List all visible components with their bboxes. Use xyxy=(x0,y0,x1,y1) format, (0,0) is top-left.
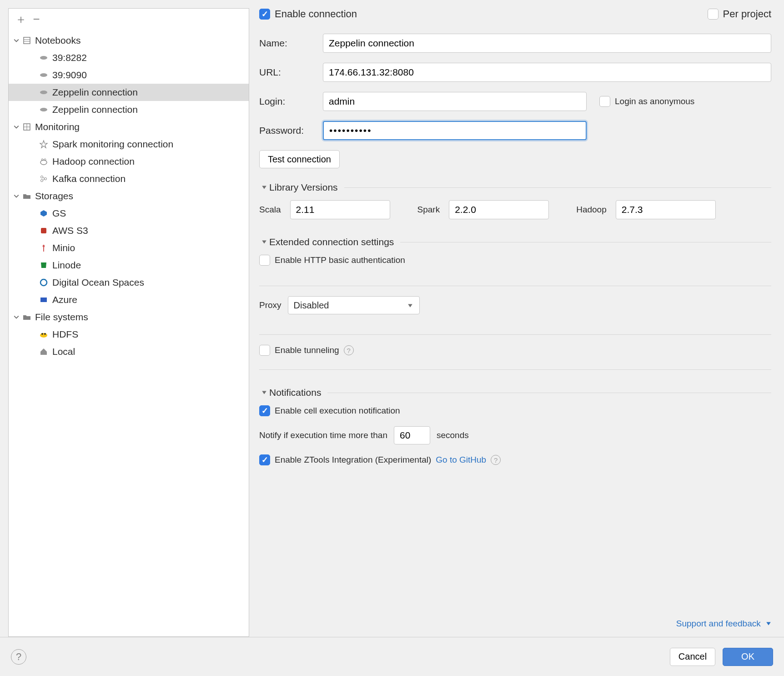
enable-connection-checkbox[interactable] xyxy=(259,9,270,20)
cancel-button[interactable]: Cancel xyxy=(670,648,715,666)
help-button[interactable]: ? xyxy=(11,649,26,665)
login-input[interactable] xyxy=(323,92,587,111)
svg-point-15 xyxy=(45,178,47,180)
per-project-checkbox[interactable] xyxy=(708,9,719,20)
tree-item-label: Zeppelin connection xyxy=(52,104,138,115)
tree-item[interactable]: Kafka connection xyxy=(9,170,249,187)
digitalocean-icon xyxy=(38,278,50,287)
tree-item[interactable]: Hadoop connection xyxy=(9,153,249,170)
tree-group-label: File systems xyxy=(35,312,88,323)
name-input[interactable] xyxy=(323,34,771,53)
tree-item[interactable]: Zeppelin connection xyxy=(9,84,249,101)
chevron-down-icon xyxy=(259,390,269,395)
svg-point-3 xyxy=(40,56,47,60)
login-label: Login: xyxy=(259,96,323,107)
notify-seconds-input[interactable] xyxy=(394,426,430,444)
spark-input[interactable] xyxy=(449,200,549,219)
tree-item-label: Digital Ocean Spaces xyxy=(52,277,144,288)
chevron-down-icon xyxy=(259,185,269,190)
connection-form: Enable connection Per project Name: URL:… xyxy=(259,8,776,637)
svg-rect-21 xyxy=(40,298,47,302)
tree-group-filesystems[interactable]: File systems xyxy=(9,308,249,326)
help-icon[interactable]: ? xyxy=(344,345,354,355)
tree-item[interactable]: Linode xyxy=(9,257,249,274)
spark-label: Spark xyxy=(417,205,440,215)
chevron-down-icon xyxy=(11,38,21,43)
connection-tree: Notebooks 39:8282 39:9090 Zeppelin conne… xyxy=(9,31,249,636)
tree-item[interactable]: Azure xyxy=(9,291,249,308)
svg-rect-0 xyxy=(24,37,30,44)
svg-marker-25 xyxy=(262,186,266,189)
chevron-down-icon xyxy=(11,124,21,130)
svg-point-13 xyxy=(41,176,43,178)
support-link[interactable]: Support and feedback xyxy=(676,619,771,629)
aws-icon xyxy=(38,226,50,235)
minio-icon xyxy=(38,243,50,252)
help-icon[interactable]: ? xyxy=(491,455,501,465)
cell-exec-label: Enable cell execution notification xyxy=(275,406,400,416)
section-title: Library Versions xyxy=(269,182,338,193)
scala-input[interactable] xyxy=(290,200,390,219)
tree-item-label: AWS S3 xyxy=(52,225,88,236)
spark-icon xyxy=(38,140,50,149)
github-link[interactable]: Go to GitHub xyxy=(436,455,486,465)
kafka-icon xyxy=(38,174,50,183)
tree-item-label: 39:9090 xyxy=(52,70,87,81)
login-anonymous-label: Login as anonymous xyxy=(615,96,694,106)
ztools-checkbox[interactable] xyxy=(259,454,270,465)
tree-item[interactable]: Local xyxy=(9,343,249,360)
tree-item-label: Azure xyxy=(52,294,77,305)
tree-item-label: HDFS xyxy=(52,329,78,340)
notifications-section[interactable]: Notifications xyxy=(259,387,771,398)
login-anonymous-checkbox[interactable] xyxy=(599,96,610,107)
tree-item-label: 39:8282 xyxy=(52,52,87,63)
enable-connection-label: Enable connection xyxy=(275,8,357,20)
zeppelin-icon xyxy=(38,88,50,97)
svg-point-24 xyxy=(44,333,46,335)
hadoop-input[interactable] xyxy=(616,200,716,219)
password-input[interactable] xyxy=(323,121,587,140)
http-basic-checkbox[interactable] xyxy=(259,255,270,266)
url-label: URL: xyxy=(259,67,323,78)
tree-group-notebooks[interactable]: Notebooks xyxy=(9,32,249,49)
proxy-select[interactable]: Disabled xyxy=(288,296,420,314)
folder-icon xyxy=(21,192,32,201)
tree-item[interactable]: GS xyxy=(9,205,249,222)
tree-group-storages[interactable]: Storages xyxy=(9,187,249,205)
library-versions-section[interactable]: Library Versions xyxy=(259,182,771,193)
svg-marker-28 xyxy=(262,391,266,394)
extended-settings-section[interactable]: Extended connection settings xyxy=(259,237,771,247)
tree-item[interactable]: HDFS xyxy=(9,326,249,343)
test-connection-button[interactable]: Test connection xyxy=(259,150,340,168)
chevron-down-icon xyxy=(259,239,269,245)
svg-marker-27 xyxy=(408,304,412,307)
url-input[interactable] xyxy=(323,63,771,82)
google-cloud-icon xyxy=(38,209,50,218)
svg-point-14 xyxy=(41,180,43,182)
tree-item[interactable]: Minio xyxy=(9,239,249,257)
add-button[interactable]: ＋ xyxy=(15,13,27,25)
tree-item-label: Spark monitoring connection xyxy=(52,139,173,150)
tree-item[interactable]: Digital Ocean Spaces xyxy=(9,274,249,291)
tree-item[interactable]: 39:8282 xyxy=(9,49,249,66)
tree-item[interactable]: AWS S3 xyxy=(9,222,249,239)
dialog-footer: ? Cancel OK xyxy=(0,637,784,676)
tree-item[interactable]: Spark monitoring connection xyxy=(9,136,249,153)
remove-button[interactable]: − xyxy=(30,13,42,25)
svg-marker-18 xyxy=(40,210,47,217)
per-project-label: Per project xyxy=(723,8,771,20)
svg-line-17 xyxy=(43,179,45,180)
tree-item[interactable]: 39:9090 xyxy=(9,66,249,84)
svg-line-16 xyxy=(43,177,45,178)
grid-icon xyxy=(21,122,32,131)
tree-item-label: Zeppelin connection xyxy=(52,87,138,98)
tunneling-checkbox[interactable] xyxy=(259,345,270,356)
ok-button[interactable]: OK xyxy=(723,648,773,666)
cell-exec-checkbox[interactable] xyxy=(259,405,270,416)
chevron-down-icon xyxy=(11,314,21,320)
tree-group-label: Monitoring xyxy=(35,121,80,132)
tree-item[interactable]: Zeppelin connection xyxy=(9,101,249,118)
notify-if-label-1: Notify if execution time more than xyxy=(259,430,387,440)
tree-group-monitoring[interactable]: Monitoring xyxy=(9,118,249,136)
hadoop-label: Hadoop xyxy=(576,205,607,215)
